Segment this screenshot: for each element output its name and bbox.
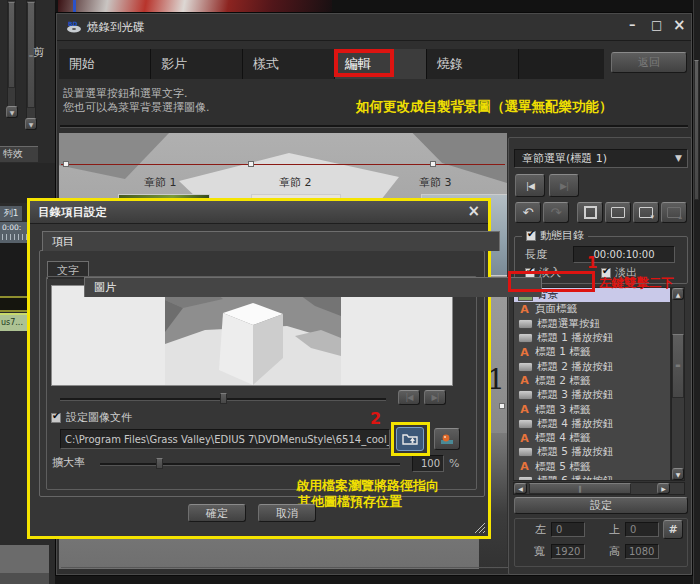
monitor-button[interactable]: [605, 202, 631, 223]
image-file-checkbox[interactable]: 設定圖像文件: [51, 411, 132, 425]
zoom-slider-thumb[interactable]: [156, 458, 163, 469]
monitor-send-button[interactable]: ▾: [633, 202, 659, 223]
ok-button-label: 確定: [206, 506, 228, 521]
selection-handle[interactable]: [63, 161, 69, 167]
redo-button[interactable]: ↷: [543, 202, 569, 223]
annotation-step1: 1: [587, 254, 597, 272]
grid-button[interactable]: #: [663, 520, 683, 539]
resize-grip-icon[interactable]: [474, 522, 486, 534]
scroll-left-icon[interactable]: ◀: [514, 483, 527, 494]
cube-scene: [165, 286, 341, 385]
dialog-title: 目錄項目設定: [38, 205, 107, 220]
button-icon: [518, 319, 533, 329]
page-description-line2: 您也可以為菜單背景選擇圖像.: [63, 101, 210, 115]
backdrop-scrollbar-thumb[interactable]: [8, 2, 15, 88]
selection-handle[interactable]: [248, 161, 254, 167]
pos-height-field[interactable]: 1080: [625, 544, 659, 559]
arrow-down-icon: ▾: [650, 213, 654, 221]
tab-樣式[interactable]: 樣式: [243, 49, 335, 79]
list-item[interactable]: 標題選單按鈕: [514, 317, 670, 331]
effects-tab-label: 特效: [3, 148, 23, 159]
zoom-value-field[interactable]: 100: [412, 455, 444, 472]
tab-燒錄[interactable]: 燒錄: [427, 49, 519, 79]
list-item-label: 標題 4 標籤: [535, 431, 590, 445]
page-description-line1: 設置選單按鈕和選單文字.: [63, 87, 188, 101]
menu-items-list[interactable]: 背景A頁面標籤標題選單按鈕標題 1 播放按鈕A標題 1 標籤標題 2 播放按鈕A…: [513, 287, 671, 481]
next-chapter-button[interactable]: ▶|: [549, 174, 579, 197]
length-label: 長度: [525, 248, 547, 262]
image-path-field[interactable]: C:\Program Files\Grass Valley\EDIUS 7\DV…: [60, 429, 390, 449]
list-item[interactable]: A標題 1 標籤: [514, 345, 670, 359]
annotation-box-edit-tab: [334, 49, 394, 77]
dialog-close-icon[interactable]: ×: [467, 202, 480, 220]
text-label-icon: A: [518, 460, 531, 473]
window-title-bar[interactable]: BD 燒錄到光碟 – □ ×: [57, 14, 691, 41]
select-image-button[interactable]: [434, 428, 460, 450]
scroll-down-icon[interactable]: ▼: [672, 468, 684, 480]
pos-top-label: 上: [609, 523, 620, 537]
chevron-down-icon: ▼: [675, 153, 682, 163]
list-item[interactable]: A標題 3 標籤: [514, 402, 670, 416]
menu-selector-value: 章節選單(標題 1): [522, 151, 607, 166]
back-button[interactable]: 返回: [611, 52, 687, 73]
list-vscrollbar-thumb[interactable]: =: [672, 334, 684, 398]
image-file-label: 設定圖像文件: [66, 411, 132, 425]
wizard-tabs: 開始影片樣式編輯燒錄: [59, 49, 519, 79]
tab-影片[interactable]: 影片: [151, 49, 243, 79]
dialog-title-bar[interactable]: 目錄項目設定 ×: [30, 201, 488, 224]
list-item[interactable]: 標題 4 播放按鈕: [514, 417, 670, 431]
selection-handle[interactable]: [499, 403, 505, 409]
chapter-label: 章節 1: [144, 175, 177, 190]
ok-button[interactable]: 確定: [188, 504, 246, 522]
scroll-right-icon[interactable]: ▶: [657, 483, 670, 494]
menu-selector-dropdown[interactable]: 章節選單(標題 1) ▼: [514, 149, 688, 168]
frame-prev-button[interactable]: |◀: [398, 390, 420, 405]
list-item-label: 標題 5 播放按鈕: [537, 445, 613, 459]
pos-top-field[interactable]: 0: [625, 522, 659, 537]
list-item[interactable]: 標題 5 播放按鈕: [514, 445, 670, 459]
list-item[interactable]: 標題 2 播放按鈕: [514, 359, 670, 373]
list-item[interactable]: A標題 4 標籤: [514, 431, 670, 445]
list-item[interactable]: 標題 6 播放按鈕: [514, 474, 670, 481]
settings-button[interactable]: 設定: [514, 497, 688, 514]
undo-button[interactable]: ↶: [515, 202, 541, 223]
list-item[interactable]: A標題 2 標籤: [514, 374, 670, 388]
list-item-label: 標題 1 播放按鈕: [537, 331, 613, 345]
dialog-tab-item[interactable]: 項目: [42, 231, 500, 251]
cancel-button[interactable]: 取消: [258, 504, 316, 522]
frame-slider-thumb[interactable]: [220, 393, 227, 404]
background-image-preview: [51, 285, 453, 386]
safe-area-button[interactable]: [577, 202, 603, 223]
zoom-slider-track[interactable]: [100, 463, 400, 466]
close-icon[interactable]: ×: [673, 16, 686, 34]
monitor-fetch-button[interactable]: ▴: [661, 202, 687, 223]
list-item[interactable]: A頁面標籤: [514, 302, 670, 316]
motion-menu-checkbox[interactable]: 動態目錄: [522, 229, 588, 243]
list-hscrollbar-thumb[interactable]: ‖: [529, 483, 631, 494]
frame-next-button[interactable]: ▶|: [424, 390, 446, 405]
prev-chapter-button[interactable]: |◀: [515, 174, 545, 197]
selection-handle[interactable]: [430, 161, 436, 167]
minimize-icon[interactable]: –: [629, 17, 636, 32]
tab-effects-background[interactable]: 特效: [0, 146, 38, 162]
annotation-box-browse-button: [391, 422, 430, 456]
selection-border: [61, 164, 505, 165]
pos-width-field[interactable]: 1920: [551, 544, 585, 559]
timeline-clip-audio[interactable]: [0, 296, 27, 312]
app-disc-icon: BD: [66, 19, 82, 38]
tab-開始[interactable]: 開始: [59, 49, 151, 79]
text-label-icon: A: [518, 403, 531, 416]
list-item[interactable]: A標題 5 標籤: [514, 460, 670, 474]
pos-left-field[interactable]: 0: [551, 522, 585, 537]
length-value: 00:00:10:00: [593, 249, 654, 260]
scroll-down-icon[interactable]: ▼: [6, 106, 18, 118]
backdrop-right-scrollbar-thumb[interactable]: [694, 60, 699, 200]
list-item[interactable]: 標題 3 播放按鈕: [514, 388, 670, 402]
dialog-tab-image[interactable]: 圖片: [84, 277, 542, 297]
track-tab[interactable]: 列1: [0, 206, 22, 221]
maximize-icon[interactable]: □: [651, 18, 662, 32]
timeline-clip-green[interactable]: us7...: [0, 313, 27, 331]
list-item[interactable]: 標題 1 播放按鈕: [514, 331, 670, 345]
scroll-down-icon[interactable]: ▼: [25, 118, 37, 130]
window-title: 燒錄到光碟: [87, 20, 145, 34]
